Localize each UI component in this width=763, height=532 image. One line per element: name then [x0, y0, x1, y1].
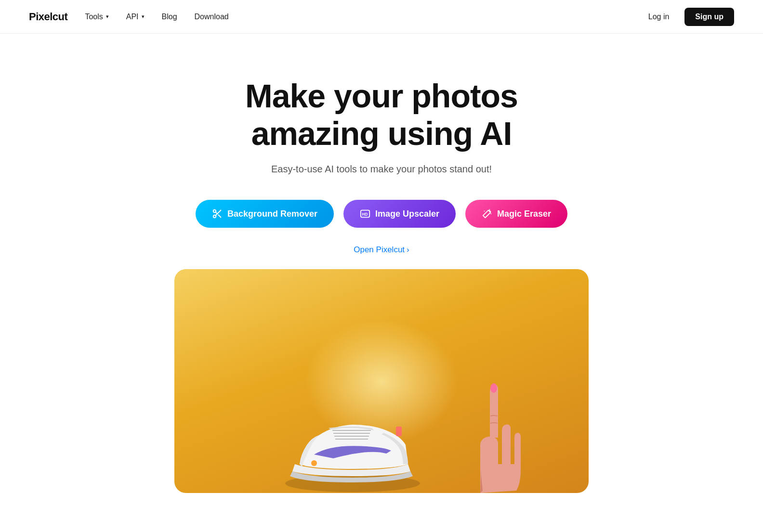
login-button[interactable]: Log in	[641, 9, 677, 25]
svg-rect-16	[396, 427, 402, 436]
chevron-down-icon: ▾	[106, 13, 109, 20]
cta-buttons: Background Remover HD Image Upscaler	[196, 200, 567, 228]
nav-item-download[interactable]: Download	[195, 13, 229, 21]
svg-text:HD: HD	[362, 213, 368, 217]
chevron-down-icon: ▾	[142, 13, 145, 20]
nav-item-tools[interactable]: Tools ▾	[85, 13, 108, 21]
image-upscaler-button[interactable]: HD Image Upscaler	[343, 200, 456, 228]
svg-point-18	[490, 383, 497, 393]
hero-subtitle: Easy-to-use AI tools to make your photos…	[271, 164, 492, 175]
sneaker-image	[280, 329, 425, 493]
arrow-right-icon: ›	[407, 245, 409, 255]
nav-left: Pixelcut Tools ▾ API ▾ Blog Download	[29, 11, 229, 23]
svg-point-9	[489, 209, 490, 210]
nav-right: Log in Sign up	[641, 8, 734, 26]
wand-icon	[482, 208, 492, 219]
magic-eraser-button[interactable]: Magic Eraser	[465, 200, 567, 228]
magic-eraser-label: Magic Eraser	[497, 209, 551, 219]
hd-icon: HD	[360, 208, 370, 219]
open-pixelcut-link[interactable]: Open Pixelcut ›	[354, 245, 409, 255]
svg-point-10	[490, 213, 491, 214]
svg-line-3	[218, 215, 221, 218]
nav-item-api[interactable]: API ▾	[126, 13, 145, 21]
scissors-icon	[212, 208, 223, 219]
hero-image	[174, 269, 589, 493]
signup-button[interactable]: Sign up	[684, 8, 734, 26]
bg-remover-label: Background Remover	[227, 209, 317, 219]
background-remover-button[interactable]: Background Remover	[196, 200, 334, 228]
hero-section: Make your photos amazing using AI Easy-t…	[0, 34, 763, 522]
hero-title: Make your photos amazing using AI	[189, 77, 574, 152]
hand-image	[463, 368, 521, 493]
svg-line-4	[215, 212, 217, 214]
navbar: Pixelcut Tools ▾ API ▾ Blog Download Log…	[0, 0, 763, 34]
nav-item-blog[interactable]: Blog	[162, 13, 177, 21]
svg-point-17	[311, 460, 317, 466]
image-upscaler-label: Image Upscaler	[375, 209, 439, 219]
svg-point-8	[484, 211, 485, 212]
brand-logo[interactable]: Pixelcut	[29, 11, 67, 23]
